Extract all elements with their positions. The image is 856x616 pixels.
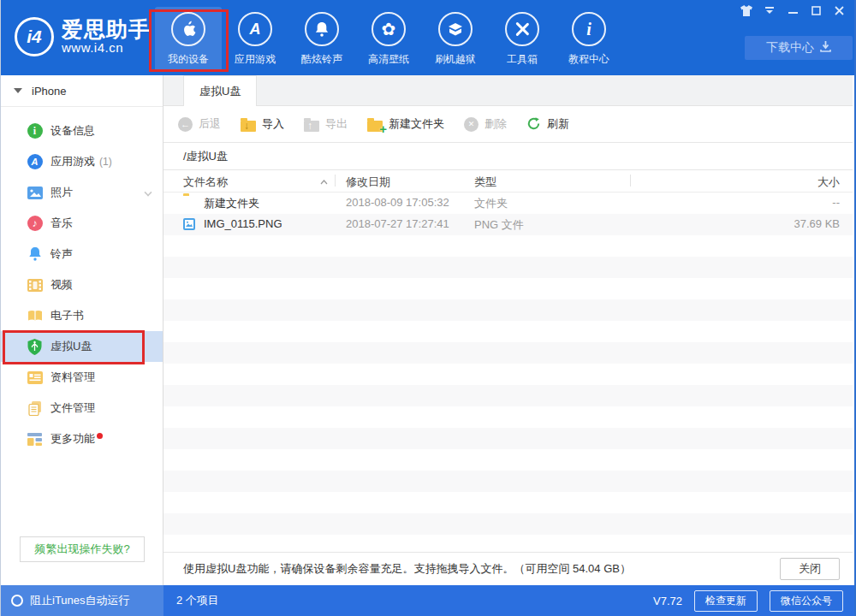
sidebar-item-file-management[interactable]: 文件管理 xyxy=(1,393,163,424)
sidebar: iPhone i 设备信息 A 应用游戏 (1) 照片 ♪ 音乐 xyxy=(1,75,163,585)
wechat-button[interactable]: 微信公众号 xyxy=(770,590,843,612)
info-icon: i xyxy=(572,12,606,46)
refresh-button[interactable]: 刷新 xyxy=(526,115,569,133)
column-divider[interactable] xyxy=(335,175,336,187)
download-center-label: 下载中心 xyxy=(766,40,814,56)
import-folder-icon: ↓ xyxy=(241,121,256,132)
nav-label: 高清壁纸 xyxy=(368,52,409,67)
download-center-button[interactable]: 下载中心 xyxy=(745,36,853,60)
import-button[interactable]: ↓ 导入 xyxy=(241,116,284,132)
close-icon[interactable] xyxy=(832,3,846,17)
main-panel: 虚拟U盘 ← 后退 ↓ 导入 ↑ 导出 + 新建文件夹 ✕ 删除 xyxy=(163,75,853,585)
delete-button: ✕ 删除 xyxy=(464,116,507,132)
nav-label: 教程中心 xyxy=(568,52,609,67)
nav-toolbox[interactable]: 工具箱 xyxy=(489,7,556,72)
music-icon: ♪ xyxy=(27,216,43,231)
column-header-name[interactable]: 文件名称 xyxy=(183,175,228,190)
file-size: -- xyxy=(832,196,840,209)
current-path: /虚拟U盘 xyxy=(183,149,228,164)
delete-icon: ✕ xyxy=(464,117,479,132)
nav-apps-games[interactable]: A 应用游戏 xyxy=(222,7,288,72)
itunes-toggle-label: 阻止iTunes自动运行 xyxy=(30,593,130,608)
check-update-button[interactable]: 检查更新 xyxy=(694,590,758,612)
file-name: 新建文件夹 xyxy=(204,196,259,211)
sidebar-item-virtual-usb[interactable]: 虚拟U盘 xyxy=(1,331,163,362)
apps-count-badge: (1) xyxy=(99,156,112,168)
device-header[interactable]: iPhone xyxy=(1,75,163,107)
nav-label: 工具箱 xyxy=(507,52,538,67)
nav-flash-jailbreak[interactable]: 刷机越狱 xyxy=(422,7,489,72)
nav-tutorials[interactable]: i 教程中心 xyxy=(556,7,622,72)
i4-logo-icon: i4 xyxy=(15,17,54,56)
back-button: ← 后退 xyxy=(178,116,221,132)
column-header-type[interactable]: 类型 xyxy=(474,175,496,190)
nav-ringtones[interactable]: 酷炫铃声 xyxy=(288,7,355,72)
sidebar-item-videos[interactable]: 视频 xyxy=(1,270,163,300)
tools-icon xyxy=(505,12,539,46)
window-controls xyxy=(740,3,846,17)
nav-my-device[interactable]: 我的设备 xyxy=(155,7,222,72)
table-header: 文件名称 修改日期 类型 大小 xyxy=(163,170,853,192)
collapse-icon[interactable] xyxy=(763,3,776,17)
sidebar-item-label: 虚拟U盘 xyxy=(51,339,92,354)
sidebar-item-device-info[interactable]: i 设备信息 xyxy=(1,116,163,146)
column-header-date[interactable]: 修改日期 xyxy=(346,175,390,190)
sidebar-item-label: 电子书 xyxy=(51,308,84,323)
appstore-icon: A xyxy=(238,12,272,46)
path-bar: /虚拟U盘 xyxy=(163,143,853,170)
more-grid-icon xyxy=(27,431,43,447)
close-notice-button[interactable]: 关闭 xyxy=(780,558,840,580)
sidebar-item-ringtones[interactable]: 铃声 xyxy=(1,239,163,270)
sidebar-item-ebooks[interactable]: 电子书 xyxy=(1,300,163,331)
new-folder-icon: + xyxy=(367,121,383,132)
chevron-down-icon[interactable] xyxy=(144,188,152,196)
radio-circle-icon xyxy=(11,595,23,607)
nav-wallpapers[interactable]: ✿ 高清壁纸 xyxy=(355,7,422,72)
file-date: 2018-07-27 17:27:41 xyxy=(346,217,449,230)
header: i4 爱思助手 www.i4.cn 我的设备 A 应用游戏 酷炫铃声 xyxy=(1,0,854,75)
tab-virtual-usb[interactable]: 虚拟U盘 xyxy=(183,75,257,106)
nav-label: 应用游戏 xyxy=(235,52,276,67)
version-label: V7.72 xyxy=(653,595,682,607)
image-file-icon xyxy=(183,218,195,233)
status-bar: 阻止iTunes自动运行 2 个项目 V7.72 检查更新 微信公众号 xyxy=(1,585,854,616)
table-row[interactable]: 新建文件夹 2018-08-09 17:05:32 文件夹 -- xyxy=(163,192,853,214)
sidebar-item-label: 更多功能 xyxy=(51,431,95,447)
device-name: iPhone xyxy=(32,85,66,98)
sidebar-item-apps[interactable]: A 应用游戏 (1) xyxy=(1,146,163,177)
new-folder-button[interactable]: + 新建文件夹 xyxy=(367,116,444,132)
sidebar-item-music[interactable]: ♪ 音乐 xyxy=(1,208,163,239)
files-icon xyxy=(27,400,43,417)
sidebar-item-label: 应用游戏 xyxy=(51,154,95,169)
sidebar-item-data-management[interactable]: 资料管理 xyxy=(1,362,163,393)
sidebar-item-label: 音乐 xyxy=(51,216,73,231)
export-button: ↑ 导出 xyxy=(304,116,348,132)
notice-bar: 使用虚拟U盘功能，请确保设备剩余容量充足。支持拖拽导入文件。（可用空间 54.0… xyxy=(163,552,853,585)
sidebar-item-more-features[interactable]: 更多功能 xyxy=(1,424,163,454)
file-type: PNG 文件 xyxy=(474,217,524,233)
video-icon xyxy=(27,277,43,293)
column-divider[interactable] xyxy=(630,175,631,187)
tab-strip: 虚拟U盘 xyxy=(163,75,853,106)
sidebar-item-label: 视频 xyxy=(51,277,73,293)
sidebar-item-label: 文件管理 xyxy=(51,400,95,416)
file-size: 37.69 KB xyxy=(794,217,841,230)
itunes-toggle[interactable]: 阻止iTunes自动运行 xyxy=(1,585,163,616)
notification-dot xyxy=(97,433,103,439)
sort-ascending-icon[interactable] xyxy=(320,175,328,180)
sidebar-item-photos[interactable]: 照片 xyxy=(1,177,163,208)
help-button[interactable]: 频繁出现操作失败? xyxy=(20,536,145,562)
theme-skin-icon[interactable] xyxy=(740,3,753,17)
sidebar-item-label: 设备信息 xyxy=(51,123,95,139)
maximize-icon[interactable] xyxy=(809,3,823,17)
sidebar-item-label: 铃声 xyxy=(51,246,73,262)
toolbar: ← 后退 ↓ 导入 ↑ 导出 + 新建文件夹 ✕ 删除 xyxy=(163,106,853,143)
sidebar-list: i 设备信息 A 应用游戏 (1) 照片 ♪ 音乐 xyxy=(1,116,163,454)
box-icon xyxy=(438,12,473,46)
nav-label: 酷炫铃声 xyxy=(301,52,342,67)
minimize-icon[interactable] xyxy=(786,3,800,17)
top-nav: 我的设备 A 应用游戏 酷炫铃声 ✿ 高清壁纸 刷机越狱 xyxy=(155,7,622,72)
table-row[interactable]: IMG_0115.PNG 2018-07-27 17:27:41 PNG 文件 … xyxy=(163,214,853,235)
data-icon xyxy=(27,370,43,386)
column-header-size[interactable]: 大小 xyxy=(817,175,840,190)
